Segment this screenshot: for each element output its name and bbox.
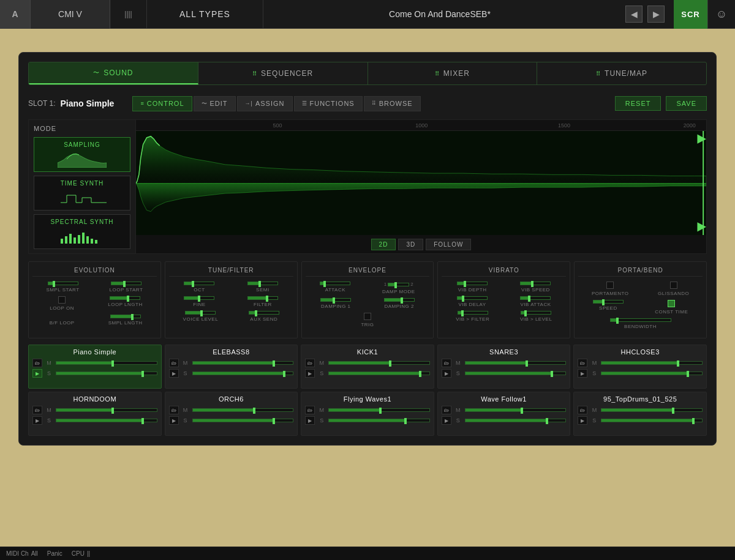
play-icon-horndoom[interactable]: ▶ <box>32 416 42 425</box>
loop-start-slider[interactable] <box>111 282 141 285</box>
btn-2d[interactable]: 2D <box>371 239 396 250</box>
tab-mixer[interactable]: ⠿ MIXER <box>368 62 538 84</box>
vol2-slider-kick1[interactable] <box>328 371 430 375</box>
mode-sampling[interactable]: SAMPLING <box>34 137 130 172</box>
vol1-slider-topdrums[interactable] <box>601 408 703 412</box>
slot-wave-follow1[interactable]: Wave Follow1 🗁 M ▶ S <box>437 392 571 436</box>
smpl-start-slider[interactable] <box>48 282 78 285</box>
bendwidth-slider[interactable] <box>610 318 671 322</box>
panic-item[interactable]: Panic <box>47 550 62 557</box>
slot-flying-waves1[interactable]: Flying Waves1 🗁 M ▶ S <box>301 392 434 436</box>
vol1-slider-kick1[interactable] <box>328 361 430 365</box>
const-time-checkbox[interactable] <box>668 300 675 307</box>
save-button[interactable]: SAVE <box>666 96 707 111</box>
vol2-slider-flying[interactable] <box>328 419 430 422</box>
slot-piano-simple[interactable]: Piano Simple 🗁 M ▶ S <box>28 345 162 389</box>
filter-slider[interactable] <box>247 296 278 300</box>
play-icon-flying[interactable]: ▶ <box>305 416 315 425</box>
btn-follow[interactable]: FOLLOW <box>426 239 471 250</box>
play-icon-piano[interactable]: ▶ <box>32 369 42 378</box>
vib-level-slider[interactable] <box>521 311 551 315</box>
vol2-slider-hhclose3[interactable] <box>601 371 703 375</box>
loop-lngth-slider[interactable] <box>110 296 140 300</box>
tab-tune-map[interactable]: ⠿ TUNE/MAP <box>537 62 706 84</box>
vol2-slider-snare3[interactable] <box>465 371 567 375</box>
play-icon-orch6[interactable]: ▶ <box>169 416 179 425</box>
folder-icon-wavefollow[interactable]: 🗁 <box>442 406 451 414</box>
vol2-slider-elebass8[interactable] <box>192 371 294 375</box>
mode-spectral[interactable]: SPECTRAL SYNTH <box>34 214 130 249</box>
tab-sequencer[interactable]: ⠿ SEQUENCER <box>198 62 368 84</box>
voice-level-slider[interactable] <box>185 311 216 315</box>
vol1-slider-snare3[interactable] <box>465 361 567 365</box>
slot-hhclose3[interactable]: HHCLOSE3 🗁 M ▶ S <box>573 345 707 389</box>
vib-speed-slider[interactable] <box>520 282 551 285</box>
loop-on-checkbox[interactable] <box>58 296 66 304</box>
vol1-slider-elebass8[interactable] <box>192 361 294 365</box>
trig-checkbox[interactable] <box>364 313 371 320</box>
slot-horndoom[interactable]: HORNDOOM 🗁 M ▶ S <box>28 392 162 436</box>
subtab-control[interactable]: ≡ CONTROL <box>132 96 192 111</box>
scr-button[interactable]: SCR <box>674 0 707 29</box>
play-icon-elebass8[interactable]: ▶ <box>169 369 179 378</box>
folder-icon-piano[interactable]: 🗁 <box>32 359 42 367</box>
vib-attack-slider[interactable] <box>520 296 551 300</box>
reset-button[interactable]: RESET <box>615 96 662 111</box>
subtab-assign[interactable]: →| ASSIGN <box>237 96 293 111</box>
semi-slider[interactable] <box>247 282 278 285</box>
subtab-browse[interactable]: ⠿ BROWSE <box>364 96 421 111</box>
prev-button[interactable]: ◀ <box>625 6 643 23</box>
vol1-slider-hhclose3[interactable] <box>601 361 703 365</box>
vol2-slider-wavefollow[interactable] <box>465 419 567 422</box>
slot-kick1[interactable]: KICK1 🗁 M ▶ S <box>301 345 434 389</box>
attack-slider[interactable] <box>320 282 350 285</box>
fine-slider[interactable] <box>184 296 214 300</box>
folder-icon-horndoom[interactable]: 🗁 <box>32 406 42 414</box>
vib-depth-slider[interactable] <box>457 282 488 285</box>
vol2-slider-horndoom[interactable] <box>56 419 157 422</box>
folder-icon-orch6[interactable]: 🗁 <box>169 406 179 414</box>
aux-send-slider[interactable] <box>249 311 279 315</box>
folder-icon-hhclose3[interactable]: 🗁 <box>578 359 587 367</box>
slot-topdrums[interactable]: 95_TopDrums_01_525 🗁 M ▶ S <box>573 392 707 436</box>
vib-filter-slider[interactable] <box>458 311 488 315</box>
vol1-slider-piano[interactable] <box>56 361 157 365</box>
waveform-display[interactable]: 500 1000 1500 2000 <box>136 120 706 253</box>
subtab-edit[interactable]: 〜 EDIT <box>194 96 236 111</box>
vol2-slider-orch6[interactable] <box>192 419 294 422</box>
preset-name[interactable]: Come On And DanceSEB* <box>263 0 616 29</box>
play-icon-hhclose3[interactable]: ▶ <box>578 369 587 378</box>
vol1-slider-orch6[interactable] <box>192 408 294 412</box>
slot-snare3[interactable]: SNARE3 🗁 M ▶ S <box>437 345 571 389</box>
portamento-checkbox[interactable] <box>606 282 614 289</box>
slot-orch6[interactable]: ORCH6 🗁 M ▶ S <box>165 392 298 436</box>
slot-elebass8[interactable]: ELEBASS8 🗁 M ▶ S <box>165 345 298 389</box>
folder-icon-snare3[interactable]: 🗁 <box>442 359 451 367</box>
vib-delay-slider[interactable] <box>457 296 488 300</box>
all-types-label[interactable]: ALL TYPES <box>147 0 263 29</box>
mode-timesynth[interactable]: TIME SYNTH <box>34 176 130 211</box>
play-icon-snare3[interactable]: ▶ <box>442 369 451 378</box>
next-button[interactable]: ▶ <box>647 6 665 23</box>
folder-icon-kick1[interactable]: 🗁 <box>305 359 315 367</box>
oct-slider[interactable] <box>184 282 214 285</box>
damp-mode-slider[interactable] <box>388 283 409 286</box>
vol2-slider-piano[interactable] <box>56 371 157 375</box>
folder-icon-flying[interactable]: 🗁 <box>305 406 315 414</box>
vol2-slider-topdrums[interactable] <box>601 419 703 422</box>
play-icon-topdrums[interactable]: ▶ <box>578 416 587 425</box>
speed-slider[interactable] <box>593 300 624 304</box>
damping1-slider[interactable] <box>320 298 351 302</box>
vol1-slider-wavefollow[interactable] <box>465 408 567 412</box>
vol1-slider-horndoom[interactable] <box>56 408 157 412</box>
vol1-slider-flying[interactable] <box>328 408 430 412</box>
tab-sound[interactable]: 〜 SOUND <box>29 62 198 84</box>
smpl-lngth-slider[interactable] <box>110 315 141 318</box>
glissando-checkbox[interactable] <box>670 282 677 289</box>
subtab-functions[interactable]: ☰ FUNCTIONS <box>294 96 363 111</box>
folder-icon-topdrums[interactable]: 🗁 <box>578 406 587 414</box>
btn-3d[interactable]: 3D <box>398 239 423 250</box>
folder-icon-elebass8[interactable]: 🗁 <box>169 359 179 367</box>
damping2-slider[interactable] <box>384 298 415 302</box>
play-icon-kick1[interactable]: ▶ <box>305 369 315 378</box>
